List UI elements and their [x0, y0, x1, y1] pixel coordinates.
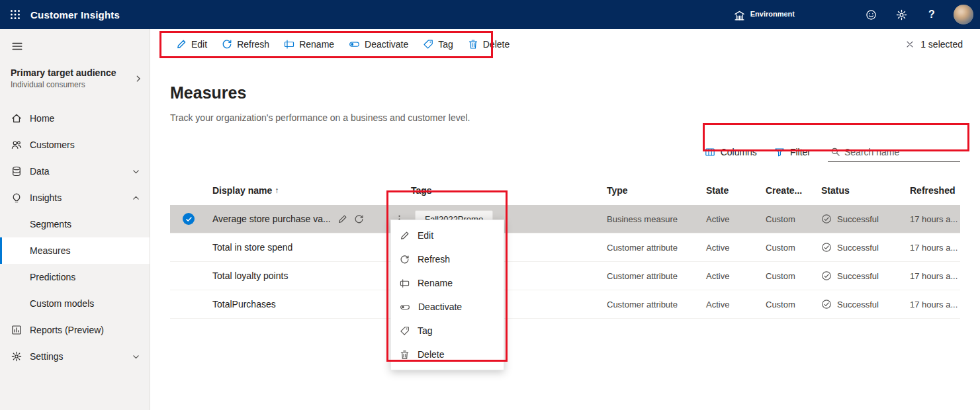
column-header-state[interactable]: State: [701, 185, 760, 196]
column-header-tags[interactable]: Tags: [406, 185, 601, 196]
column-header-created[interactable]: Create...: [760, 185, 816, 196]
header-label: Type: [607, 185, 628, 196]
check-circle-icon: [821, 214, 832, 224]
environment-picker[interactable]: Environment: [734, 9, 795, 21]
sidebar-item-predictions[interactable]: Predictions: [0, 264, 150, 290]
deactivate-button[interactable]: Deactivate: [341, 32, 416, 56]
command-bar-actions: Edit Refresh Rename Deactivate Tag: [169, 32, 517, 56]
check-circle-icon: [821, 242, 832, 253]
columns-icon: [705, 147, 715, 157]
context-menu-deactivate[interactable]: Deactivate: [391, 295, 504, 319]
clear-selection-button[interactable]: 1 selected: [900, 32, 968, 56]
refresh-icon: [222, 39, 232, 50]
sidebar-nav: Home Customers Data Insights Segments Me…: [0, 105, 150, 370]
status-label: Successful: [837, 214, 879, 224]
sidebar-item-customers[interactable]: Customers: [0, 132, 150, 158]
context-menu-edit[interactable]: Edit: [391, 224, 504, 247]
sidebar-item-label: Data: [30, 166, 50, 177]
sidebar-item-insights[interactable]: Insights: [0, 184, 150, 211]
filter-icon: [774, 147, 785, 157]
account-avatar[interactable]: [954, 5, 973, 24]
context-menu-tag[interactable]: Tag: [391, 319, 504, 343]
menu-item-label: Edit: [418, 230, 433, 241]
sort-ascending-icon: ↑: [275, 186, 279, 195]
row-edit-pencil-icon[interactable]: [337, 214, 347, 224]
sidebar-item-settings[interactable]: Settings: [0, 343, 150, 370]
header-label: Create...: [766, 185, 802, 196]
tag-button[interactable]: Tag: [416, 32, 461, 56]
menu-item-label: Deactivate: [418, 302, 462, 312]
feedback-smiley-icon[interactable]: [857, 0, 885, 29]
audience-switcher[interactable]: Primary target audience Individual consu…: [0, 61, 150, 96]
sidebar-item-reports[interactable]: Reports (Preview): [0, 317, 150, 343]
settings-gear-icon[interactable]: [887, 0, 915, 29]
table-row[interactable]: Average store purchase va... Fall2022Pro…: [170, 205, 960, 233]
status-label: Successful: [837, 243, 879, 253]
columns-label: Columns: [721, 147, 757, 157]
sidebar-item-segments[interactable]: Segments: [0, 211, 150, 237]
delete-button[interactable]: Delete: [461, 32, 517, 56]
chevron-right-icon: [134, 74, 143, 83]
top-bar: Customer Insights Environment ?: [0, 0, 980, 29]
table-toolbar: Columns Filter: [170, 138, 960, 167]
sidebar-item-label: Predictions: [30, 272, 75, 282]
context-menu-refresh[interactable]: Refresh: [391, 247, 504, 271]
type-cell: Customer attribute: [601, 243, 701, 253]
sidebar-item-home[interactable]: Home: [0, 105, 150, 132]
header-label: Refreshed: [910, 185, 955, 196]
state-cell: Active: [701, 243, 760, 253]
rename-button[interactable]: Rename: [277, 32, 341, 56]
app-title: Customer Insights: [30, 9, 120, 20]
row-refresh-icon[interactable]: [354, 214, 364, 224]
created-cell: Custom: [760, 300, 816, 309]
table-row[interactable]: TotalPurchases Customer attribute Active…: [170, 290, 960, 319]
column-header-status[interactable]: Status: [816, 185, 899, 196]
database-icon: [11, 166, 22, 177]
sidebar-item-measures[interactable]: Measures: [0, 237, 150, 264]
report-chart-icon: [11, 325, 22, 335]
row-checkbox[interactable]: [170, 213, 207, 225]
rename-icon: [400, 278, 410, 288]
sidebar-item-custom-models[interactable]: Custom models: [0, 290, 150, 317]
environment-icon: [734, 10, 745, 21]
header-label: Status: [821, 185, 850, 196]
avatar-blurred-image: [954, 5, 973, 24]
page-content: Measures Track your organization's perfo…: [150, 83, 980, 319]
sidebar-item-label: Measures: [30, 245, 70, 256]
menu-item-label: Delete: [418, 349, 444, 360]
rename-icon: [284, 39, 294, 50]
sidebar-item-label: Home: [30, 113, 54, 124]
state-cell: Active: [701, 300, 760, 309]
edit-label: Edit: [191, 39, 207, 50]
sidebar-item-data[interactable]: Data: [0, 158, 150, 184]
rename-label: Rename: [299, 39, 334, 50]
table-row[interactable]: Total loyalty points Customer attribute …: [170, 262, 960, 290]
audience-subtitle: Individual consumers: [11, 80, 134, 89]
measure-name-cell: TotalPurchases: [207, 299, 406, 309]
app-launcher-icon[interactable]: [0, 0, 30, 29]
toggle-icon: [400, 302, 410, 312]
home-icon: [11, 113, 22, 124]
filter-button[interactable]: Filter: [768, 141, 817, 163]
state-cell: Active: [701, 214, 760, 224]
tag-label: Tag: [438, 39, 453, 50]
context-menu-delete[interactable]: Delete: [391, 343, 504, 366]
column-header-type[interactable]: Type: [601, 185, 701, 196]
sidebar-item-label: Insights: [30, 192, 62, 203]
collapse-nav-icon[interactable]: [3, 32, 32, 61]
status-cell: Successful: [816, 299, 899, 309]
people-icon: [11, 140, 22, 150]
column-header-refreshed[interactable]: Refreshed: [899, 185, 960, 196]
edit-button[interactable]: Edit: [169, 32, 214, 56]
refresh-button[interactable]: Refresh: [214, 32, 277, 56]
selection-count: 1 selected: [920, 39, 963, 50]
chevron-down-icon: [132, 167, 140, 176]
context-menu-rename[interactable]: Rename: [391, 271, 504, 295]
column-header-display-name[interactable]: Display name ↑: [207, 185, 406, 196]
table-row[interactable]: Total in store spend Customer attribute …: [170, 233, 960, 262]
header-label: Display name: [212, 185, 272, 196]
columns-button[interactable]: Columns: [698, 141, 764, 163]
help-icon[interactable]: ?: [918, 0, 946, 29]
search-input[interactable]: [844, 147, 964, 157]
close-icon: [905, 40, 914, 49]
